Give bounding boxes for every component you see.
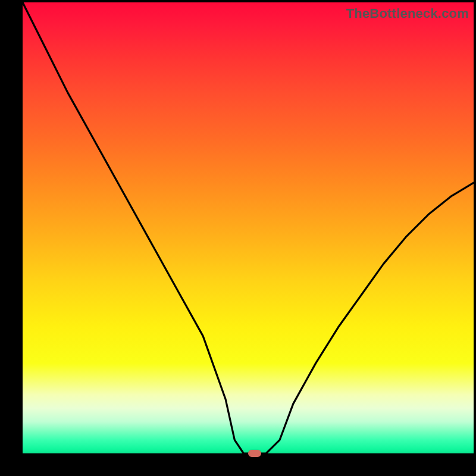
plot-area: TheBottleneck.com (23, 2, 474, 453)
bottleneck-curve (23, 2, 474, 453)
minimum-marker (248, 450, 261, 457)
chart-stage: TheBottleneck.com (0, 0, 476, 476)
